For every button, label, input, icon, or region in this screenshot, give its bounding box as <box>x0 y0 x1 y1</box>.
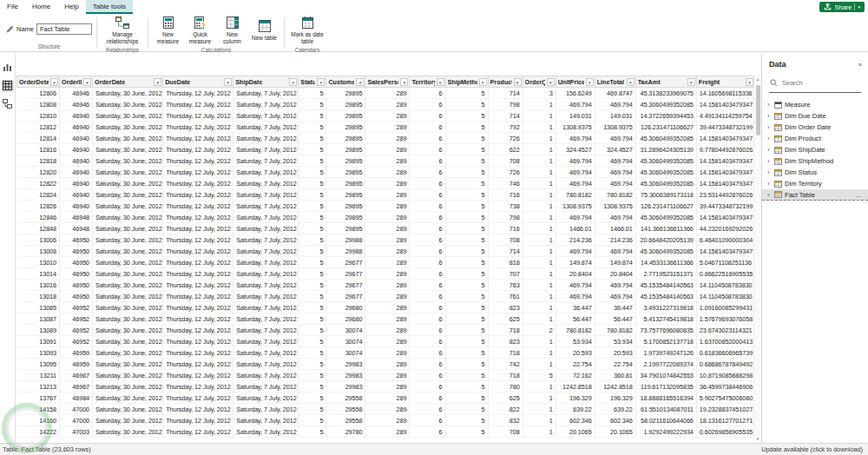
grid-cell[interactable]: 1242.8518 <box>556 381 595 392</box>
grid-cell[interactable]: 5 <box>299 110 326 122</box>
grid-cell[interactable]: Saturday, 30 June, 2012 <box>93 313 163 325</box>
grid-cell[interactable]: 5 <box>445 415 488 426</box>
grid-cell[interactable]: 289 <box>365 167 410 178</box>
grid-cell[interactable]: 46952 <box>60 336 93 347</box>
grid-cell[interactable]: 6 <box>410 336 445 347</box>
grid-cell[interactable]: 2 <box>523 325 556 336</box>
grid-cell[interactable]: 61.5510134087011 <box>635 404 696 415</box>
grid-cell[interactable]: 823 <box>488 302 523 313</box>
grid-cell[interactable]: 469.794 <box>556 133 595 144</box>
grid-cell[interactable]: 832 <box>488 415 523 426</box>
grid-cell[interactable]: 45.3060499352085 <box>635 212 696 223</box>
grid-cell[interactable]: 469.794 <box>556 280 595 291</box>
grid-cell[interactable]: 5 <box>299 325 326 336</box>
grid-cell[interactable]: 46984 <box>60 392 93 404</box>
grid-cell[interactable]: 46940 <box>60 133 93 144</box>
grid-cell[interactable]: 45.3060499352085 <box>635 155 696 167</box>
grid-cell[interactable]: 46967 <box>60 381 93 392</box>
grid-cell[interactable]: 12810 <box>17 110 60 122</box>
grid-cell[interactable]: 602.346 <box>595 415 635 426</box>
grid-cell[interactable]: 289 <box>365 268 410 280</box>
grid-cell[interactable]: 1 <box>523 404 556 415</box>
grid-cell[interactable]: 1 <box>523 359 556 370</box>
grid-cell[interactable]: 1 <box>523 268 556 280</box>
grid-cell[interactable]: 73.7577696080835 <box>635 325 696 336</box>
grid-cell[interactable]: Saturday, 30 June, 2012 <box>93 234 163 246</box>
grid-cell[interactable]: 5 <box>445 426 488 438</box>
manage-relationships-button[interactable]: Manage relationships <box>102 15 143 46</box>
new-measure-button[interactable]: New measure <box>153 15 183 46</box>
grid-cell[interactable]: 13087 <box>17 313 60 325</box>
grid-cell[interactable]: Saturday, 7 July, 2012 <box>233 325 299 336</box>
field-item-measure[interactable]: ›Measure <box>762 99 868 110</box>
grid-cell[interactable]: 14.4533136611366 <box>635 257 696 268</box>
grid-cell[interactable]: 289 <box>365 122 410 133</box>
grid-cell[interactable]: 5.1700852137718 <box>635 336 696 347</box>
grid-cell[interactable]: Thursday, 12 July, 2012 <box>163 122 233 133</box>
grid-cell[interactable]: 13016 <box>17 280 60 291</box>
grid-cell[interactable]: 289 <box>365 212 410 223</box>
grid-cell[interactable]: 1 <box>523 302 556 313</box>
grid-cell[interactable]: Saturday, 30 June, 2012 <box>93 426 163 438</box>
grid-cell[interactable]: Saturday, 30 June, 2012 <box>93 88 163 99</box>
grid-cell[interactable]: 45.1535484140563 <box>635 280 696 291</box>
grid-cell[interactable]: Saturday, 7 July, 2012 <box>233 336 299 347</box>
grid-cell[interactable]: 5 <box>299 268 326 280</box>
chevron-right-icon[interactable]: › <box>767 122 772 133</box>
grid-cell[interactable]: 1.57679693076058 <box>696 313 754 325</box>
grid-cell[interactable]: 13091 <box>17 336 60 347</box>
grid-cell[interactable]: Saturday, 30 June, 2012 <box>93 133 163 144</box>
grid-cell[interactable]: 39.4473348732199 <box>696 201 754 212</box>
grid-cell[interactable]: 29677 <box>326 291 365 302</box>
grid-cell[interactable]: 1 <box>523 246 556 257</box>
grid-cell[interactable]: 289 <box>365 347 410 359</box>
grid-cell[interactable]: Saturday, 30 June, 2012 <box>93 201 163 212</box>
filter-dropdown-icon[interactable]: ▾ <box>586 78 594 86</box>
grid-cell[interactable]: 13089 <box>17 325 60 336</box>
grid-cell[interactable]: 13211 <box>17 370 60 381</box>
grid-cell[interactable]: 0.61836606965739 <box>696 347 754 359</box>
grid-cell[interactable]: 29895 <box>326 189 365 201</box>
grid-cell[interactable]: Saturday, 7 July, 2012 <box>233 88 299 99</box>
grid-cell[interactable]: 12846 <box>17 212 60 223</box>
grid-cell[interactable]: 5 <box>299 178 326 189</box>
grid-cell[interactable]: 4.49134114259754 <box>696 110 754 122</box>
grid-cell[interactable]: 289 <box>365 246 410 257</box>
grid-cell[interactable]: 5 <box>299 234 326 246</box>
grid-cell[interactable]: 469.794 <box>556 155 595 167</box>
grid-cell[interactable]: 1242.8518 <box>595 381 635 392</box>
grid-cell[interactable]: Saturday, 30 June, 2012 <box>93 325 163 336</box>
grid-cell[interactable]: 14.1581403479347 <box>696 133 754 144</box>
grid-cell[interactable]: 3.4931227319818 <box>635 302 696 313</box>
filter-dropdown-icon[interactable]: ▾ <box>356 78 364 86</box>
column-header-statusid[interactable]: StatusID▾ <box>299 76 326 88</box>
grid-cell[interactable]: 5 <box>299 223 326 234</box>
grid-cell[interactable]: 29677 <box>326 257 365 268</box>
grid-cell[interactable]: 5.04671108251136 <box>696 257 754 268</box>
grid-cell[interactable]: 6 <box>410 167 445 178</box>
grid-cell[interactable]: Thursday, 12 July, 2012 <box>163 99 233 110</box>
grid-cell[interactable]: 289 <box>365 88 410 99</box>
grid-cell[interactable]: 214.236 <box>556 234 595 246</box>
grid-cell[interactable]: 30074 <box>326 325 365 336</box>
grid-cell[interactable]: Saturday, 30 June, 2012 <box>93 280 163 291</box>
chevron-down-icon[interactable]: ▾ <box>858 2 860 12</box>
grid-cell[interactable]: 20.593 <box>595 347 635 359</box>
filter-dropdown-icon[interactable]: ▾ <box>627 78 635 86</box>
grid-cell[interactable]: 22.754 <box>556 359 595 370</box>
grid-cell[interactable]: 823 <box>488 336 523 347</box>
field-item-fact-table[interactable]: ›Fact Table… <box>762 189 868 201</box>
grid-cell[interactable]: 5 <box>299 404 326 415</box>
share-button[interactable]: Share ▾ <box>819 2 865 12</box>
grid-cell[interactable]: 1.9292499222934 <box>635 426 696 438</box>
grid-cell[interactable]: 5 <box>445 88 488 99</box>
grid-cell[interactable]: Thursday, 12 July, 2012 <box>163 178 233 189</box>
grid-cell[interactable]: 45.3060499352085 <box>635 133 696 144</box>
chevron-right-icon[interactable]: › <box>767 178 772 189</box>
grid-cell[interactable]: 1 <box>523 280 556 291</box>
grid-cell[interactable]: 46940 <box>60 122 93 133</box>
grid-cell[interactable]: Thursday, 12 July, 2012 <box>163 268 233 280</box>
grid-cell[interactable]: 12822 <box>17 178 60 189</box>
grid-cell[interactable]: 6 <box>410 280 445 291</box>
grid-cell[interactable]: Saturday, 7 July, 2012 <box>233 167 299 178</box>
